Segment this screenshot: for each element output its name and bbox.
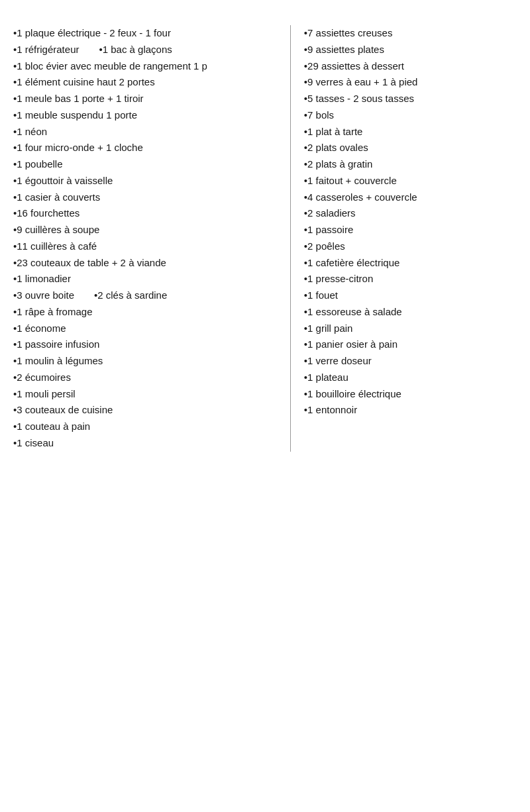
list-item: •2 poêles — [304, 238, 517, 255]
list-item: •1 essoreuse à salade — [304, 304, 517, 321]
item-text: •1 réfrigérateur — [13, 42, 79, 58]
list-item: •23 couteaux de table + 2 à viande — [13, 255, 284, 272]
list-item: •1 bloc évier avec meuble de rangement 1… — [13, 58, 284, 75]
list-item: •1 plaque électrique - 2 feux - 1 four — [13, 25, 284, 42]
list-item: •1 grill pain — [304, 321, 517, 337]
list-item: •1 verre doseur — [304, 353, 517, 370]
list-item: •5 tasses - 2 sous tasses — [304, 91, 517, 107]
list-item: •1 presse-citron — [304, 271, 517, 287]
list-item: •1 casier à couverts — [13, 189, 284, 206]
list-item: •1 plateau — [304, 370, 517, 386]
list-item: •1 meule bas 1 porte + 1 tiroir — [13, 91, 284, 107]
list-item: •1 économe — [13, 321, 284, 337]
list-item: •1 passoire infusion — [13, 336, 284, 353]
list-item: •9 assiettes plates — [304, 42, 517, 58]
list-item: •1 panier osier à pain — [304, 336, 517, 353]
page: •1 plaque électrique - 2 feux - 1 four•1… — [0, 0, 530, 812]
list-item: •1 râpe à fromage — [13, 304, 284, 321]
list-item: •1 plat à tarte — [304, 124, 517, 140]
list-item: •29 assiettes à dessert — [304, 58, 517, 75]
list-item: •1 passoire — [304, 222, 517, 238]
list-item: •2 saladiers — [304, 205, 517, 222]
list-item: •1 four micro-onde + 1 cloche — [13, 140, 284, 156]
list-item: •1 mouli persil — [13, 386, 284, 403]
list-item: •9 verres à eau + 1 à pied — [304, 74, 517, 91]
list-item: •1 limonadier — [13, 271, 284, 287]
list-item: •3 ouvre boite•2 clés à sardine — [13, 287, 284, 304]
item-text: •3 ouvre boite — [13, 287, 74, 304]
list-item: •1 bouilloire électrique — [304, 386, 517, 403]
list-item: •1 réfrigérateur•1 bac à glaçons — [13, 42, 284, 58]
list-item: •3 couteaux de cuisine — [13, 402, 284, 419]
list-item: •1 égouttoir à vaisselle — [13, 173, 284, 189]
list-item: •9 cuillères à soupe — [13, 222, 284, 238]
list-item: •2 plats ovales — [304, 140, 517, 156]
columns-wrapper: •1 plaque électrique - 2 feux - 1 four•1… — [13, 25, 517, 452]
list-item: •11 cuillères à café — [13, 238, 284, 255]
item-inline-text: •1 bac à glaçons — [99, 42, 172, 58]
list-item: •1 fouet — [304, 287, 517, 304]
list-item: •1 élément cuisine haut 2 portes — [13, 74, 284, 91]
list-item: •4 casseroles + couvercle — [304, 189, 517, 206]
list-item: •1 moulin à légumes — [13, 353, 284, 370]
list-item: •16 fourchettes — [13, 205, 284, 222]
list-item: •1 meuble suspendu 1 porte — [13, 107, 284, 124]
column-right: •7 assiettes creuses•9 assiettes plates•… — [291, 25, 517, 452]
list-item: •1 poubelle — [13, 156, 284, 173]
list-item: •1 ciseau — [13, 435, 284, 452]
item-inline-text: •2 clés à sardine — [94, 287, 167, 304]
list-item: •1 couteau à pain — [13, 419, 284, 435]
list-item: •1 néon — [13, 124, 284, 140]
list-item: •7 bols — [304, 107, 517, 124]
list-item: •2 écumoires — [13, 370, 284, 386]
list-item: •2 plats à gratin — [304, 156, 517, 173]
list-item: •1 entonnoir — [304, 402, 517, 419]
column-left: •1 plaque électrique - 2 feux - 1 four•1… — [13, 25, 291, 452]
list-item: •1 faitout + couvercle — [304, 173, 517, 189]
list-item: •7 assiettes creuses — [304, 25, 517, 42]
list-item: •1 cafetière électrique — [304, 255, 517, 272]
